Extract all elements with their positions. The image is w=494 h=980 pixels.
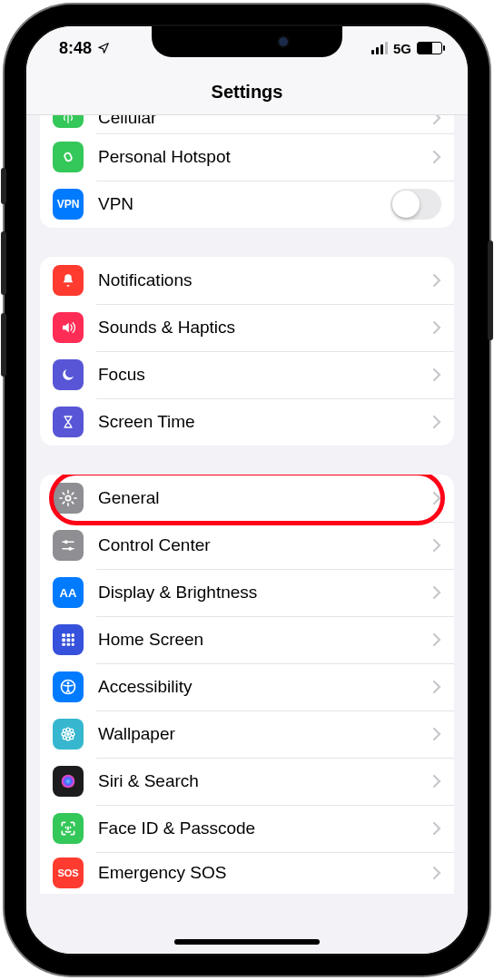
mute-switch [1,168,6,204]
cellular-signal-icon [371,42,388,54]
moon-icon [53,359,84,390]
sliders-icon [53,530,84,561]
row-siri-search[interactable]: Siri & Search [40,758,454,805]
row-control-center[interactable]: Control Center [40,522,454,569]
row-personal-hotspot[interactable]: Personal Hotspot [40,133,454,181]
row-sounds-haptics[interactable]: Sounds & Haptics [40,304,454,351]
status-left: 8:48 [59,39,110,58]
volume-down-button [1,313,6,377]
row-wallpaper[interactable]: Wallpaper [40,710,454,758]
phone-device-frame: 8:48 5G Settings [5,5,489,975]
app-grid-icon [53,624,84,655]
chevron-right-icon [432,273,441,288]
face-id-icon [53,813,84,844]
status-time: 8:48 [59,39,92,58]
row-home-screen[interactable]: Home Screen [40,616,454,663]
svg-point-19 [63,729,66,732]
row-notifications[interactable]: Notifications [40,257,454,304]
svg-point-13 [67,681,70,684]
chevron-right-icon [432,415,441,429]
row-focus[interactable]: Focus [40,351,454,398]
power-button [488,240,493,340]
svg-rect-3 [62,633,65,637]
svg-point-0 [65,495,70,500]
home-indicator[interactable] [174,939,320,945]
vpn-icon: VPN [53,189,84,220]
bell-icon [53,265,84,296]
chevron-right-icon [432,821,441,836]
chevron-right-icon [432,538,441,553]
status-right: 5G [371,41,442,56]
svg-rect-8 [72,639,74,642]
row-cellular[interactable]: Cellular [40,115,454,133]
group-connectivity: Cellular Personal Hotspot VPN VPN [40,115,454,228]
hotspot-icon [53,142,84,172]
volume-up-button [1,231,6,295]
svg-point-2 [68,547,72,551]
row-label: Display & Brightness [98,583,432,603]
row-label: Cellular [98,115,432,128]
accessibility-icon [53,671,84,702]
row-label: Notifications [98,270,432,290]
text-size-icon: AA [53,577,84,608]
row-label: Screen Time [98,412,432,432]
row-label: Face ID & Passcode [98,818,432,838]
row-display-brightness[interactable]: AA Display & Brightness [40,569,454,616]
row-label: Personal Hotspot [98,147,432,167]
settings-scroll[interactable]: Cellular Personal Hotspot VPN VPN [26,115,468,954]
battery-icon [417,42,442,54]
svg-point-20 [70,729,74,732]
flower-icon [53,719,84,750]
row-label: Home Screen [98,630,432,650]
chevron-right-icon [432,774,441,789]
svg-rect-10 [67,643,71,646]
svg-point-21 [63,736,66,740]
row-label: Wallpaper [98,724,432,744]
svg-point-1 [64,540,68,544]
row-screen-time[interactable]: Screen Time [40,398,454,446]
row-general[interactable]: General [40,475,454,522]
sos-icon: SOS [53,858,84,888]
notch [152,26,342,57]
svg-rect-11 [72,643,74,646]
chevron-right-icon [432,320,441,335]
chevron-right-icon [432,585,441,600]
group-general: General Control Center AA Display & Brig… [40,475,454,894]
row-vpn[interactable]: VPN VPN [40,181,454,228]
chevron-right-icon [432,866,441,880]
svg-rect-5 [72,633,74,637]
chevron-right-icon [432,632,441,647]
row-label: Siri & Search [98,771,432,791]
chevron-right-icon [432,368,441,382]
row-label: Control Center [98,535,432,555]
svg-rect-7 [67,639,71,642]
network-label: 5G [393,41,411,56]
screen: 8:48 5G Settings [25,24,469,956]
chevron-right-icon [432,150,441,164]
svg-point-14 [66,732,70,736]
row-label: Accessibility [98,677,432,697]
row-label: VPN [98,194,390,214]
svg-rect-4 [67,633,71,637]
vpn-toggle[interactable] [390,189,441,220]
chevron-right-icon [432,727,441,741]
phone-bezel: 8:48 5G Settings [12,12,482,968]
svg-rect-9 [62,643,65,646]
front-camera [279,37,288,46]
row-label: General [98,488,432,508]
svg-point-22 [70,736,74,740]
chevron-right-icon [432,115,441,125]
group-notifications: Notifications Sounds & Haptics [40,257,454,446]
chevron-right-icon [432,491,441,505]
siri-icon [53,766,84,797]
svg-rect-6 [62,639,65,642]
location-icon [97,42,110,54]
row-accessibility[interactable]: Accessibility [40,663,454,710]
cellular-icon [53,115,84,128]
chevron-right-icon [432,680,441,694]
svg-point-23 [62,775,75,789]
speaker-icon [53,312,84,343]
row-face-id-passcode[interactable]: Face ID & Passcode [40,805,454,852]
gear-icon [53,483,84,514]
row-emergency-sos[interactable]: SOS Emergency SOS [40,852,454,894]
